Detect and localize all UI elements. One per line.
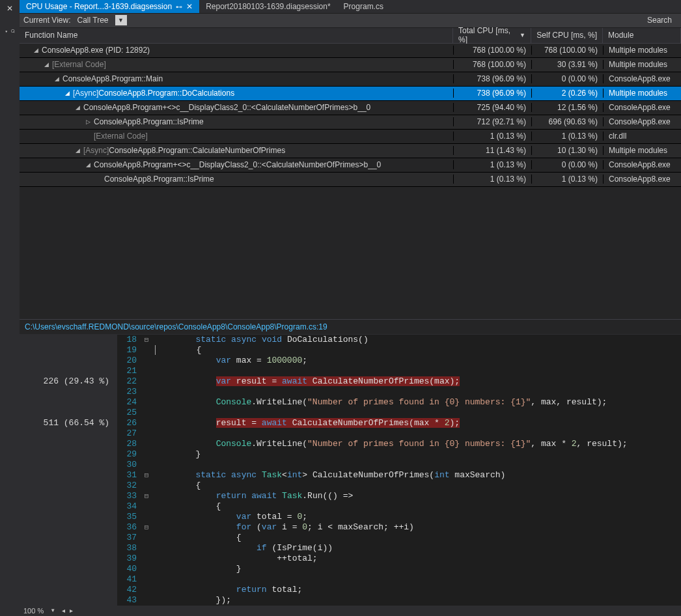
column-total-cpu[interactable]: Total CPU [ms, %] ▼ [453, 28, 531, 43]
call-tree-row[interactable]: ◢ConsoleApp8.Program+<>c__DisplayClass2_… [20, 101, 681, 115]
call-tree-row[interactable]: ◢[Async] ConsoleApp8.Program::CalculateN… [20, 144, 681, 158]
zoom-level[interactable]: 100 % [23, 607, 44, 615]
code-line[interactable]: var total = 0; [152, 512, 681, 522]
function-name: ConsoleApp8.exe (PID: 12892) [42, 46, 150, 55]
code-line[interactable]: ++total; [152, 553, 681, 564]
fold-toggle-icon [141, 512, 152, 522]
search-button[interactable]: Search [642, 16, 677, 25]
code-line[interactable] [152, 574, 681, 585]
mod-cell: ConsoleApp8.exe [603, 103, 681, 112]
profile-value [20, 543, 117, 553]
function-name: [External Code] [94, 132, 148, 141]
code-line[interactable]: static async Task<int> CalculateNumberOf… [152, 470, 681, 481]
code-line[interactable]: } [152, 564, 681, 574]
code-line[interactable]: { [152, 501, 681, 512]
code-line[interactable] [152, 408, 681, 418]
profile-value [20, 397, 117, 408]
async-tag: [Async] [83, 146, 109, 155]
current-view-dropdown-button[interactable]: ▼ [115, 15, 127, 25]
call-tree-row[interactable]: ◢[Async] ConsoleApp8.Program::DoCalculat… [20, 87, 681, 101]
code-line[interactable]: Console.WriteLine("Number of primes foun… [152, 397, 681, 408]
code-line[interactable] [152, 366, 681, 376]
fold-toggle-icon [141, 501, 152, 512]
tab-label: CPU Usage - Report...3-1639.diagsession [26, 2, 172, 11]
tab-label: Program.cs [344, 2, 383, 11]
profile-value [20, 460, 117, 470]
profile-value [20, 553, 117, 564]
collapse-icon[interactable]: ◢ [85, 161, 91, 168]
call-tree-row[interactable]: ◢ConsoleApp8.exe (PID: 12892)768 (100.00… [20, 44, 681, 58]
collapse-icon[interactable]: ◢ [74, 147, 81, 154]
code-line[interactable]: { [152, 533, 681, 543]
hot-line-highlight: var result = await CalculateNumberOfPrim… [216, 376, 460, 386]
code-line[interactable]: static async void DoCalculations() [152, 335, 681, 345]
line-number: 32 [117, 481, 141, 491]
tcpu-cell: 1 (0.13 %) [453, 175, 531, 184]
nav-arrows-icon[interactable]: ◂ ▸ [62, 607, 74, 614]
code-text[interactable]: static async void DoCalculations() { var… [152, 335, 681, 606]
line-number: 39 [117, 553, 141, 564]
code-line[interactable]: }); [152, 595, 681, 606]
search-mini-icon[interactable]: ⌕ ▾ [4, 26, 15, 34]
code-line[interactable] [152, 428, 681, 439]
fold-toggle-icon[interactable]: ⊟ [141, 335, 152, 345]
expand-icon[interactable]: ▷ [85, 119, 91, 125]
fold-toggle-icon [141, 585, 152, 595]
call-tree-row[interactable]: ▷ConsoleApp8.Program::IsPrime712 (92.71 … [20, 115, 681, 130]
call-tree-row[interactable]: ◢ConsoleApp8.Program+<>c__DisplayClass2_… [20, 158, 681, 173]
column-self-cpu[interactable]: Self CPU [ms, %] [531, 28, 603, 43]
code-line[interactable]: for (var i = 0; i < maxSearch; ++i) [152, 522, 681, 533]
call-tree-row[interactable]: ◢ConsoleApp8.Program::Main738 (96.09 %)0… [20, 72, 681, 87]
fold-toggle-icon[interactable]: ⊟ [141, 491, 152, 501]
code-line[interactable]: result = await CalculateNumberOfPrimes(m… [152, 418, 681, 428]
fold-toggle-icon[interactable]: ⊟ [141, 470, 152, 481]
tcpu-cell: 1 (0.13 %) [453, 160, 531, 169]
fold-toggle-icon [141, 449, 152, 460]
collapse-icon[interactable]: ◢ [64, 90, 70, 96]
collapse-icon[interactable]: ◢ [74, 104, 81, 111]
call-tree-row[interactable]: ConsoleApp8.Program::IsPrime1 (0.13 %)1 … [20, 173, 681, 187]
fold-toggle-icon [141, 533, 152, 543]
zoom-dropdown-icon[interactable]: ▼ [50, 608, 55, 613]
column-module[interactable]: Module [603, 28, 681, 43]
code-line[interactable]: return total; [152, 585, 681, 595]
line-number: 31 [117, 470, 141, 481]
fold-toggle-icon [141, 564, 152, 574]
collapse-icon[interactable]: ◢ [33, 47, 39, 53]
code-line[interactable]: return await Task.Run(() => [152, 491, 681, 501]
code-line[interactable]: Console.WriteLine("Number of primes foun… [152, 439, 681, 449]
mod-cell: ConsoleApp8.exe [603, 175, 681, 184]
call-tree-row[interactable]: [External Code]1 (0.13 %)1 (0.13 %)clr.d… [20, 130, 681, 144]
document-tab[interactable]: Program.cs [337, 0, 390, 13]
code-line[interactable]: var max = 1000000; [152, 356, 681, 366]
code-line[interactable]: var result = await CalculateNumberOfPrim… [152, 376, 681, 387]
column-function-name[interactable]: Function Name [20, 28, 453, 43]
tab-label: Report20180103-1639.diagsession* [206, 2, 330, 11]
document-tabs: CPU Usage - Report...3-1639.diagsession⊷… [20, 0, 681, 13]
call-tree-row[interactable]: ◢[External Code]768 (100.00 %)30 (3.91 %… [20, 58, 681, 72]
fold-toggle-icon [141, 418, 152, 428]
code-line[interactable]: } [152, 449, 681, 460]
profile-value [20, 345, 117, 356]
document-tab[interactable]: CPU Usage - Report...3-1639.diagsession⊷… [20, 0, 199, 13]
code-line[interactable]: { [152, 345, 681, 356]
fold-toggle-icon[interactable]: ⊟ [141, 522, 152, 533]
line-number: 28 [117, 439, 141, 449]
code-line[interactable]: { [152, 481, 681, 491]
document-tab[interactable]: Report20180103-1639.diagsession* [199, 0, 337, 13]
pin-icon[interactable]: ⊷ [176, 3, 182, 10]
current-view-dropdown[interactable]: Call Tree [74, 14, 111, 26]
close-icon[interactable]: ✕ [7, 4, 13, 13]
code-line[interactable]: if (IsPrime(i)) [152, 543, 681, 553]
fold-toggle-icon [141, 366, 152, 376]
call-tree-header: Function Name Total CPU [ms, %] ▼ Self C… [20, 28, 681, 44]
code-line[interactable] [152, 387, 681, 397]
line-number: 24 [117, 397, 141, 408]
close-icon[interactable]: ✕ [186, 2, 193, 11]
collapse-icon[interactable]: ◢ [53, 76, 60, 82]
collapse-icon[interactable]: ◢ [43, 61, 49, 68]
fold-toggle-icon [141, 356, 152, 366]
source-path[interactable]: C:\Users\evschaff.REDMOND\source\repos\C… [20, 320, 681, 335]
tcpu-cell: 768 (100.00 %) [453, 46, 531, 55]
code-line[interactable] [152, 460, 681, 470]
